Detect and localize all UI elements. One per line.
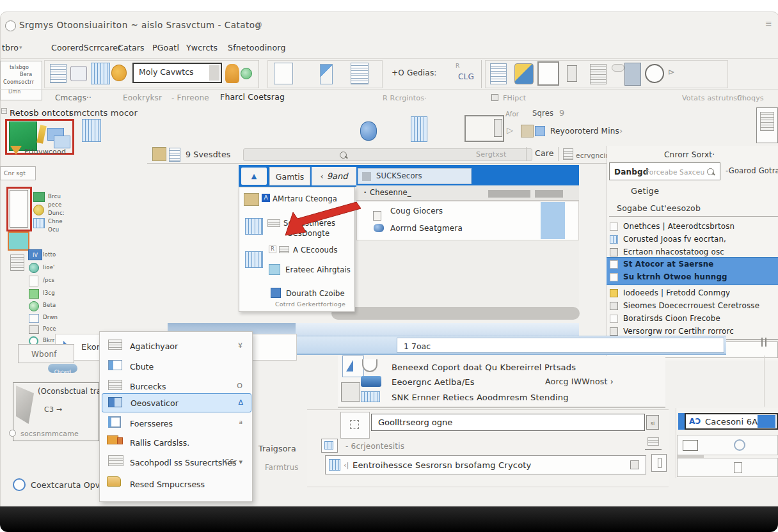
ekor-label[interactable]: Ekor — [81, 343, 100, 351]
search-side-label[interactable]: -Goarod Gotra — [726, 168, 778, 175]
ribbon-regintos[interactable]: R Rcrgintos· — [383, 95, 427, 102]
mini-row-2[interactable] — [677, 458, 778, 477]
sort-control[interactable]: Cnrorr Sorxt· — [664, 151, 715, 159]
form-end-icon[interactable] — [651, 454, 667, 472]
ribbon-eook[interactable]: Eookryksr — [123, 94, 162, 102]
cbcvrd-button[interactable]: Cbcvrd — [48, 364, 77, 373]
dd-item-5[interactable]: Dourath Czoibe — [286, 290, 345, 298]
mini-row-1[interactable] — [677, 435, 778, 455]
framed-view-icon[interactable] — [537, 61, 559, 86]
category-row[interactable]: Ecrtaon nhacostatoog osc — [623, 249, 724, 256]
form-input[interactable] — [377, 417, 635, 428]
menu-item-agatichyaor[interactable]: Agatichyaor ¥ — [102, 337, 250, 354]
person-icon[interactable] — [225, 64, 239, 83]
clock-icon[interactable] — [645, 64, 664, 83]
result-row-2[interactable]: Eeoergnc Aetlba/Es — [392, 378, 475, 386]
ribbon-fnreone[interactable]: - Fnreone — [171, 94, 209, 102]
tab-sergtxst[interactable]: Sergtxst — [476, 151, 507, 158]
cloud-icon[interactable] — [612, 64, 624, 72]
page-icon[interactable] — [490, 63, 507, 84]
funnel-label[interactable]: FUuvwcood — [24, 148, 66, 155]
content-item-1[interactable]: Coug Giocers — [390, 207, 443, 215]
strip-icon-6[interactable] — [29, 325, 39, 334]
menu-item-oeosvaticor-selected[interactable]: Oeosvaticor Δ — [102, 393, 251, 412]
content-item-2[interactable]: Aorrnd Seatgmera — [390, 224, 463, 232]
gedias-label[interactable]: +O Gedias: — [392, 69, 437, 77]
globe-icon[interactable] — [241, 68, 252, 79]
print-icon[interactable] — [50, 64, 67, 83]
radio-button[interactable] — [9, 430, 16, 437]
menu-tbro[interactable]: tbro — [2, 44, 19, 52]
reyo-label[interactable]: Reyooroterd Mins — [550, 127, 619, 135]
menu-item-cbute[interactable]: Cbute — [102, 357, 250, 375]
bag-icon[interactable] — [111, 65, 127, 81]
refresh-box[interactable] — [340, 412, 370, 439]
category-row-selected[interactable]: Su ktrnh Otwoe hunngg — [623, 274, 727, 281]
pen-icon[interactable] — [320, 64, 333, 84]
strip-icon-1[interactable] — [29, 263, 39, 273]
bottom-link[interactable]: Coextcaruta Opvsll — [31, 481, 109, 490]
menu-sfnet[interactable]: Sfnetoodinorg — [228, 44, 286, 52]
dd-item-3[interactable]: A CEcoouds — [293, 247, 338, 254]
result-row-2-right[interactable]: Aorcg IWWnost › — [545, 378, 614, 386]
category-row[interactable]: Onethces | Ateerodtcsbrtosn — [623, 223, 734, 231]
content-scroll-block[interactable] — [541, 202, 565, 239]
vscrollbar[interactable] — [764, 356, 765, 407]
tab-care[interactable]: Care — [535, 150, 554, 158]
small-field[interactable]: Cnr sgt — [0, 166, 36, 180]
form-input-box[interactable] — [371, 414, 645, 431]
side-list-icon[interactable] — [756, 107, 778, 143]
results-input[interactable] — [402, 341, 712, 352]
teal-app-icon[interactable] — [8, 231, 29, 251]
hscrollbar[interactable] — [331, 307, 580, 320]
strip-icon-4[interactable] — [29, 301, 39, 311]
ccg-label[interactable]: CLG — [458, 73, 474, 81]
menu-item-burcecks[interactable]: Burcecks O — [102, 377, 250, 395]
ribbon-cmcags[interactable]: Cmcags·· — [55, 94, 91, 102]
ribbon-votats[interactable]: Votats astrutnsfn — [682, 95, 745, 102]
play-icon[interactable]: ▷ — [507, 126, 513, 134]
category-row[interactable]: Iodoeeds | Fretodd Conmgy — [623, 290, 730, 297]
tab-svesdtes[interactable]: 9 Svesdtes — [186, 151, 231, 159]
menu-item-resed[interactable]: Resed Smpucrsess — [102, 475, 250, 492]
ribbon-choqys[interactable]: Choqys — [737, 95, 764, 102]
results-input-box[interactable] — [397, 338, 724, 353]
result-row-3[interactable]: SNK Ernner Retiecs Aoodmresm Stending — [392, 393, 569, 402]
wbonf-box[interactable]: Wbonf — [18, 344, 74, 363]
strip-icon-3[interactable] — [29, 289, 39, 299]
back-button[interactable]: ‹ 9and — [312, 167, 356, 185]
category-row[interactable]: Corusted Jooas fv eocrtan, — [623, 236, 726, 244]
menu-pgoatl[interactable]: PGoatl — [152, 44, 179, 52]
menu-item-foersseres[interactable]: Foersseres a — [102, 414, 250, 432]
dd-item-4[interactable]: Erateec Aihrgtais — [285, 267, 351, 274]
grid-box-icon[interactable] — [341, 382, 360, 402]
menu-item-sacohpodl[interactable]: Sacohpodl ss Ssurecrtshes C6r ▾ — [102, 453, 250, 471]
menu-item-rallis[interactable]: Rallis Cardslss. — [102, 434, 250, 451]
menu-catars[interactable]: Catars — [118, 44, 145, 52]
chevron-right-icon[interactable]: › — [619, 127, 623, 135]
link-doc-icon[interactable] — [70, 66, 87, 81]
cy-icon[interactable] — [645, 436, 662, 450]
form-row-box[interactable]: ‹| Eentroihessce Sesrorsn brsofamg Cryco… — [325, 455, 646, 474]
tab-gamtis[interactable]: Gamtis — [269, 167, 310, 185]
ribbon-fhipct[interactable]: FHipct — [503, 95, 526, 102]
dialog-search-box[interactable]: SUCKSecors — [358, 168, 472, 184]
list-doc-icon[interactable] — [590, 64, 607, 84]
form-side-button[interactable]: si — [646, 415, 659, 430]
strip-icon-5[interactable] — [29, 314, 39, 323]
category-row[interactable]: Boratirsds Cioon Frecobe — [623, 315, 720, 323]
category-search-box[interactable]: Danbgd Forceabe Saxceu — [609, 162, 720, 180]
grid-app-icon[interactable] — [82, 119, 101, 142]
report-grid-icon[interactable] — [91, 63, 110, 84]
paint-icon[interactable] — [514, 63, 534, 84]
toolbar-search-input[interactable] — [138, 66, 209, 77]
toolbar-search-box[interactable] — [132, 63, 222, 83]
iv-icon[interactable]: IV — [28, 249, 42, 260]
search-box-handle[interactable] — [209, 65, 219, 81]
category-row[interactable]: Versorgrw ror Certihr rorrorc — [623, 328, 734, 336]
doc-blue-icon[interactable] — [351, 63, 369, 84]
document-icon[interactable] — [274, 63, 293, 84]
category-row-selected[interactable]: St Atocor at Saersne — [623, 261, 714, 269]
panel-dark-icon[interactable] — [624, 63, 641, 86]
up-button[interactable]: ▲ — [241, 168, 267, 185]
